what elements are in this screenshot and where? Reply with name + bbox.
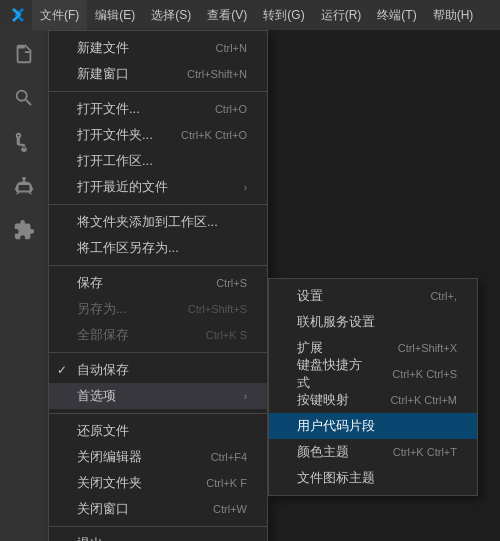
debug-icon[interactable] [4, 166, 44, 206]
submenu-arrow-icon: › [244, 391, 247, 402]
source-control-icon[interactable] [4, 122, 44, 162]
menu-item-open-workspace[interactable]: 打开工作区... [49, 148, 267, 174]
separator-3 [49, 265, 267, 266]
menu-item-revert[interactable]: 还原文件 [49, 418, 267, 444]
menu-item-preferences[interactable]: 首选项 › [49, 383, 267, 409]
files-icon[interactable] [4, 34, 44, 74]
menu-item-auto-save[interactable]: ✓ 自动保存 [49, 357, 267, 383]
submenu-item-settings[interactable]: 设置 Ctrl+, [269, 283, 477, 309]
separator-6 [49, 526, 267, 527]
submenu-item-user-snippets[interactable]: 用户代码片段 [269, 413, 477, 439]
menu-item-save[interactable]: 保存 Ctrl+S [49, 270, 267, 296]
menubar: 文件(F) 编辑(E) 选择(S) 查看(V) 转到(G) 运行(R) 终端(T… [0, 0, 500, 30]
separator-2 [49, 204, 267, 205]
submenu-item-keymaps[interactable]: 按键映射 Ctrl+K Ctrl+M [269, 387, 477, 413]
submenu-item-keyboard-shortcuts[interactable]: 键盘快捷方式 Ctrl+K Ctrl+S [269, 361, 477, 387]
menubar-file[interactable]: 文件(F) [32, 0, 87, 30]
menu-item-close-window[interactable]: 关闭窗口 Ctrl+W [49, 496, 267, 522]
separator-1 [49, 91, 267, 92]
checkmark-icon: ✓ [57, 363, 67, 377]
menu-item-close-folder[interactable]: 关闭文件夹 Ctrl+K F [49, 470, 267, 496]
submenu-item-online-services[interactable]: 联机服务设置 [269, 309, 477, 335]
menu-item-open-file[interactable]: 打开文件... Ctrl+O [49, 96, 267, 122]
menubar-view[interactable]: 查看(V) [199, 0, 255, 30]
menubar-goto[interactable]: 转到(G) [255, 0, 312, 30]
separator-4 [49, 352, 267, 353]
menu-item-open-folder[interactable]: 打开文件夹... Ctrl+K Ctrl+O [49, 122, 267, 148]
extensions-icon[interactable] [4, 210, 44, 250]
menu-item-exit[interactable]: 退出 [49, 531, 267, 541]
app-logo [4, 7, 32, 23]
menu-item-new-window[interactable]: 新建窗口 Ctrl+Shift+N [49, 61, 267, 87]
menubar-help[interactable]: 帮助(H) [425, 0, 482, 30]
submenu-item-color-theme[interactable]: 颜色主题 Ctrl+K Ctrl+T [269, 439, 477, 465]
arrow-icon: › [244, 182, 247, 193]
menu-item-close-editor[interactable]: 关闭编辑器 Ctrl+F4 [49, 444, 267, 470]
menu-item-add-folder[interactable]: 将文件夹添加到工作区... [49, 209, 267, 235]
sidebar [0, 30, 48, 541]
menubar-terminal[interactable]: 终端(T) [369, 0, 424, 30]
menu-item-new-file[interactable]: 新建文件 Ctrl+N [49, 35, 267, 61]
menubar-edit[interactable]: 编辑(E) [87, 0, 143, 30]
search-icon[interactable] [4, 78, 44, 118]
menu-item-open-recent[interactable]: 打开最近的文件 › [49, 174, 267, 200]
file-menu-dropdown: 新建文件 Ctrl+N 新建窗口 Ctrl+Shift+N 打开文件... Ct… [48, 30, 268, 541]
menu-item-save-all: 全部保存 Ctrl+K S [49, 322, 267, 348]
menubar-run[interactable]: 运行(R) [313, 0, 370, 30]
separator-5 [49, 413, 267, 414]
preferences-submenu: 设置 Ctrl+, 联机服务设置 扩展 Ctrl+Shift+X 键盘快捷方式 … [268, 278, 478, 496]
menubar-select[interactable]: 选择(S) [143, 0, 199, 30]
menu-item-save-as: 另存为... Ctrl+Shift+S [49, 296, 267, 322]
submenu-item-file-icon-theme[interactable]: 文件图标主题 [269, 465, 477, 491]
menu-item-save-workspace-as[interactable]: 将工作区另存为... [49, 235, 267, 261]
